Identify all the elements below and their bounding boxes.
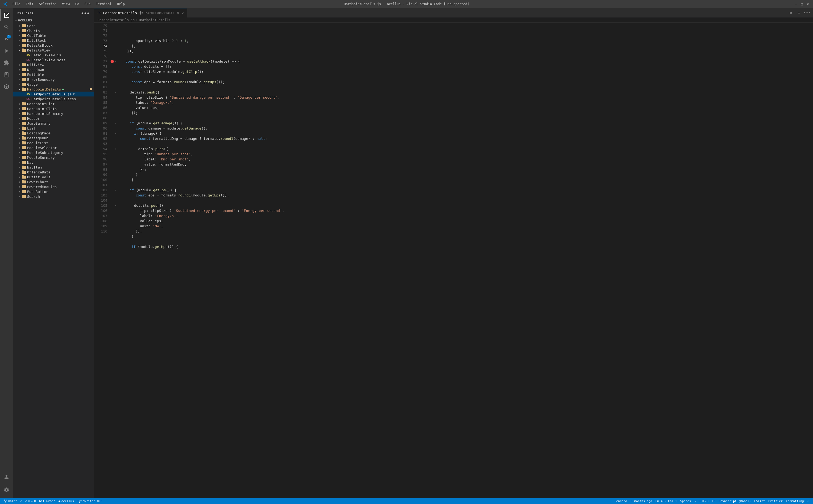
menu-run[interactable]: Run (82, 2, 93, 7)
git-graph-status[interactable]: Git Graph (37, 498, 57, 504)
more-actions-button[interactable]: ••• (803, 9, 811, 17)
tree-section-ocellus[interactable]: ▾ OCELLUS (13, 18, 94, 23)
tree-item-messagehub[interactable]: › MessageHub (13, 135, 94, 140)
tree-item-hardpointslots[interactable]: › HardpointSlots (13, 106, 94, 111)
line-num-98: 98 (94, 167, 107, 172)
menu-help[interactable]: Help (115, 2, 127, 7)
close-button[interactable]: ✕ (806, 2, 810, 6)
indentation-status[interactable]: Spaces: 2 (679, 498, 698, 504)
tree-item-modulesubcategory[interactable]: › ModuleSubcategory (13, 150, 94, 155)
menu-terminal[interactable]: Terminal (94, 2, 114, 7)
menu-view[interactable]: View (60, 2, 72, 7)
tree-item-navitem[interactable]: › NavItem (13, 165, 94, 170)
tab-hardpointdetails[interactable]: JS HardpointDetails.js HardpointDetails … (94, 8, 187, 18)
menu-go[interactable]: Go (73, 2, 81, 7)
tree-item-list[interactable]: › List (13, 126, 94, 131)
tree-item-hardpointdetails-js[interactable]: JS HardpointDetails.js M (13, 92, 94, 96)
prettier-status[interactable]: Prettier (767, 498, 784, 504)
tree-item-card[interactable]: › Card (13, 23, 94, 28)
run-activity-icon[interactable] (1, 45, 12, 57)
breadcrumb-toggle[interactable]: ⊞ (795, 9, 803, 17)
code-editor[interactable]: 7071727374757677787980818283848586878889… (94, 23, 813, 498)
language-status[interactable]: Javascript (Babel) (717, 498, 753, 504)
sidebar-more-button[interactable]: ••• (81, 11, 90, 16)
tree-item-offencedata[interactable]: › OffenceData (13, 170, 94, 175)
fold-arrow-74[interactable]: ▾ (115, 59, 117, 64)
tab-label: HardpointDetails.js (103, 11, 143, 15)
tree-item-hardpointlist[interactable]: › HardpointList (13, 101, 94, 106)
cursor-position[interactable]: Ln 49, Col 1 (654, 498, 678, 504)
line-ending-status[interactable]: LF (710, 498, 717, 504)
folder-arrow-detailsblock: › (17, 43, 22, 47)
folder-arrow-hardpointslots: › (17, 106, 22, 111)
tree-item-search[interactable]: › Search (13, 194, 94, 199)
search-activity-icon[interactable] (1, 21, 12, 33)
tree-item-detailsview-js[interactable]: JS DetailsView.js (13, 53, 94, 57)
tree-item-poweredmodules[interactable]: › PoweredModules (13, 184, 94, 189)
tree-item-powerchart[interactable]: › PowerChart (13, 179, 94, 184)
tree-item-diffview[interactable]: › DiffView (13, 62, 94, 67)
source-control-activity-icon[interactable]: 2 (1, 33, 12, 45)
tree-item-moduleselector[interactable]: › ModuleSelector (13, 145, 94, 150)
tree-item-outfittools[interactable]: › OutfitTools (13, 175, 94, 179)
ocellus-status[interactable]: ◉ ocellus (57, 498, 76, 504)
menu-file[interactable]: File (10, 2, 22, 7)
fold-arrow-80[interactable]: ▾ (115, 90, 117, 95)
account-activity-icon[interactable] (1, 471, 12, 483)
fold-arrow-86[interactable]: ▾ (115, 121, 117, 126)
tree-item-errorboundary[interactable]: › ErrorBoundary (13, 77, 94, 82)
menu-edit[interactable]: Edit (24, 2, 36, 7)
book-activity-icon[interactable] (1, 69, 12, 81)
code-line-108: } (111, 234, 813, 239)
tree-item-costtable[interactable]: › CostTable (13, 33, 94, 38)
fold-arrow-91[interactable]: ▾ (115, 146, 117, 151)
split-editor-button[interactable]: ⇄ (787, 9, 795, 17)
breadcrumb-item[interactable]: HardpointDetails (139, 18, 170, 22)
sidebar-tree[interactable]: ▾ OCELLUS › Card › Charts › (13, 18, 94, 498)
tree-item-dropdown[interactable]: › Dropdown (13, 67, 94, 72)
minimize-button[interactable]: — (794, 2, 798, 6)
menu-selection[interactable]: Selection (37, 2, 59, 7)
tree-label-search: Search (27, 195, 40, 199)
line-num-93: 93 (94, 141, 107, 146)
error-count[interactable]: ⊘ 0 ⚠ 0 (24, 498, 38, 504)
tree-item-gauge[interactable]: › Gauge (13, 82, 94, 87)
tree-item-editable[interactable]: › Editable (13, 72, 94, 77)
tree-item-header[interactable]: › Header (13, 116, 94, 121)
settings-activity-icon[interactable] (1, 484, 12, 496)
formatting-status[interactable]: Formatting: ✓ (784, 498, 811, 504)
tree-item-modulesummary[interactable]: › ModuleSummary (13, 155, 94, 160)
eslint-status[interactable]: ESLint (753, 498, 767, 504)
tab-bar: JS HardpointDetails.js HardpointDetails … (94, 8, 813, 18)
activity-bar-bottom (1, 471, 12, 498)
tree-item-pushbutton[interactable]: › PushButton (13, 189, 94, 194)
fold-arrow-99[interactable]: ▾ (115, 188, 117, 193)
tree-item-hardpointdetails[interactable]: ▾ HardpointDetails ● (13, 87, 94, 92)
tree-item-charts[interactable]: › Charts (13, 28, 94, 33)
tree-item-detailsview-scss[interactable]: SC DetailsView.scss (13, 57, 94, 62)
maximize-button[interactable]: □ (800, 2, 804, 6)
explorer-activity-icon[interactable] (1, 9, 12, 21)
encoding-status[interactable]: UTF-8 (698, 498, 710, 504)
tree-item-detailsblock[interactable]: › DetailsBlock (13, 43, 94, 48)
tree-item-loadingpage[interactable]: › LoadingPage (13, 131, 94, 135)
fold-arrow-88[interactable]: ▾ (115, 131, 117, 136)
fold-arrow-102[interactable]: ▾ (115, 203, 117, 208)
typewriter-status[interactable]: Typewriter OFF (76, 498, 104, 504)
sync-status[interactable]: ↺ (19, 498, 24, 504)
user-status[interactable]: Leandro, 5 months ago (613, 498, 654, 504)
tree-item-modulelist[interactable]: › ModuleList (13, 140, 94, 145)
tree-item-jumpsummary[interactable]: › JumpSummary (13, 121, 94, 126)
git-branch-status[interactable]: main* (2, 498, 19, 504)
breadcrumb-root[interactable]: HardpointDetails.js (98, 18, 135, 22)
box-activity-icon[interactable] (1, 81, 12, 93)
tree-item-datablock[interactable]: › DataBlock (13, 38, 94, 43)
tab-close-button[interactable]: ✕ (182, 11, 184, 15)
tree-item-nav[interactable]: › Nav (13, 160, 94, 165)
tree-item-hardpointssummary[interactable]: › HardpointsSummary (13, 111, 94, 116)
tree-item-hardpointdetails-scss[interactable]: SC HardpointDetails.scss (13, 96, 94, 101)
tree-item-detailsview[interactable]: ▾ DetailsView (13, 48, 94, 53)
tab-subtitle: HardpointDetails (146, 11, 174, 15)
extensions-activity-icon[interactable] (1, 57, 12, 69)
code-line-107: }); (111, 229, 813, 234)
